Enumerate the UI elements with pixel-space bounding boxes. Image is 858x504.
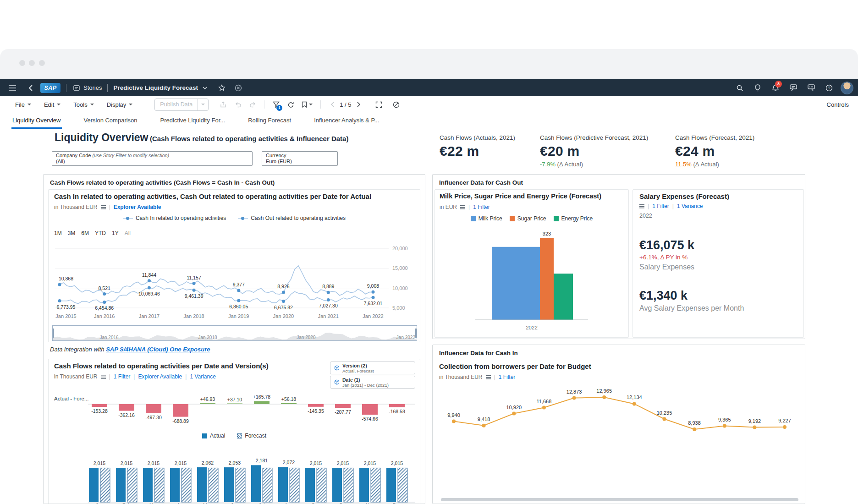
stories-breadcrumb[interactable]: Stories bbox=[83, 84, 102, 91]
influencer-cash-in-section: Influencer Data for Cash In Collection f… bbox=[432, 345, 805, 504]
filter-link[interactable]: 1 Filter bbox=[499, 374, 516, 380]
back-icon[interactable] bbox=[26, 85, 35, 91]
disable-interaction-icon[interactable] bbox=[389, 96, 404, 113]
favorite-star-icon[interactable] bbox=[215, 84, 228, 92]
fullscreen-icon[interactable] bbox=[372, 96, 386, 113]
avg-salary-value: €1,340 k bbox=[639, 289, 688, 303]
linked-analysis-icon bbox=[486, 375, 491, 379]
filter-funnel-icon[interactable]: 1 bbox=[269, 96, 283, 113]
chart-title: Milk Price, Sugar Price and Energy Price… bbox=[440, 192, 601, 200]
page-indicator: 1 / 5 bbox=[340, 101, 351, 108]
export-icon[interactable] bbox=[216, 96, 231, 113]
legend-milk-price: Milk Price bbox=[471, 215, 502, 222]
date-chip[interactable]: Date (1)Jan (2021) - Dec (2021) bbox=[330, 376, 415, 389]
svg-text:2,181: 2,181 bbox=[256, 458, 268, 463]
svg-text:+46.93: +46.93 bbox=[200, 396, 215, 402]
menu-file[interactable]: File bbox=[15, 101, 31, 108]
tab-liquidity-overview[interactable]: Liquidity Overview bbox=[11, 113, 62, 129]
publish-data-dropdown[interactable] bbox=[198, 99, 208, 110]
menu-edit[interactable]: Edit bbox=[44, 101, 60, 108]
range-ytd[interactable]: YTD bbox=[95, 230, 106, 236]
explorer-available-link[interactable]: Explorer Available bbox=[114, 204, 161, 210]
feedback-icon[interactable] bbox=[802, 79, 820, 96]
svg-text:10,000: 10,000 bbox=[392, 285, 408, 291]
insights-bulb-icon[interactable] bbox=[748, 79, 766, 96]
help-icon[interactable]: ? bbox=[820, 79, 838, 96]
range-3m[interactable]: 3M bbox=[68, 230, 76, 236]
collection-chart-tile: Collection from borrowers per Date for B… bbox=[434, 360, 804, 497]
card-title: Salary Expenses (Forecast) bbox=[639, 192, 729, 200]
legend-cash-in: Cash In related to operating activities bbox=[123, 215, 226, 221]
cash-in-out-line-chart[interactable]: 20,00015,00010,0005,000Jan 2015Jan 2016J… bbox=[52, 240, 417, 322]
next-page-icon[interactable] bbox=[352, 96, 366, 113]
company-code-filter[interactable]: Company Code (use Story Filter to modify… bbox=[52, 151, 253, 166]
variance-link[interactable]: 1 Variance bbox=[190, 373, 215, 380]
svg-text:-497.30: -497.30 bbox=[145, 415, 162, 420]
svg-text:6,454.86: 6,454.86 bbox=[95, 305, 114, 311]
tab-predictive-liquidity-forecast[interactable]: Predictive Liquidity For... bbox=[160, 113, 226, 129]
story-title[interactable]: Predictive Liquidity Forecast bbox=[113, 84, 198, 91]
variance-bar-chart[interactable]: -153.28-362.16-497.30-688.89+46.93+37.10… bbox=[52, 388, 417, 432]
horizontal-scrollbar[interactable] bbox=[441, 498, 798, 501]
chevron-down-icon[interactable] bbox=[200, 87, 210, 89]
brush-handle-left[interactable] bbox=[53, 329, 54, 337]
tab-rolling-forecast[interactable]: Rolling Forecast bbox=[247, 113, 292, 129]
price-bar-chart[interactable]: 3232022 bbox=[440, 225, 625, 335]
legend-energy-price: Energy Price bbox=[554, 215, 593, 222]
discussions-icon[interactable] bbox=[784, 79, 802, 96]
search-icon[interactable] bbox=[731, 79, 748, 96]
hamburger-menu-icon[interactable] bbox=[6, 85, 18, 91]
section-header: Influencer Data for Cash Out bbox=[433, 175, 805, 186]
variance-link[interactable]: 1 Variance bbox=[677, 203, 703, 209]
actual-forecast-bar-chart[interactable]: 2,015Jan2,015Feb2,015Mar2,015Apr2,062May… bbox=[52, 443, 417, 504]
collection-line-chart[interactable]: 9,9409,41810,92011,66812,87312,96512,134… bbox=[439, 386, 799, 496]
tab-influencer-analysis[interactable]: Influencer Analysis & P... bbox=[313, 113, 380, 129]
range-6m[interactable]: 6M bbox=[81, 230, 89, 236]
svg-text:-145.35: -145.35 bbox=[308, 408, 324, 414]
range-1m[interactable]: 1M bbox=[54, 230, 62, 236]
previous-page-icon[interactable] bbox=[325, 96, 340, 113]
svg-text:6,860.05: 6,860.05 bbox=[229, 304, 248, 309]
linked-analysis-icon bbox=[460, 205, 465, 209]
bookmark-icon[interactable] bbox=[298, 96, 316, 113]
menu-display[interactable]: Display bbox=[107, 101, 133, 108]
data-integration-note: Data integration with SAP S/4HANA (Cloud… bbox=[50, 346, 210, 353]
svg-text:May: May bbox=[203, 502, 213, 504]
user-avatar[interactable] bbox=[841, 82, 853, 94]
menu-tools[interactable]: Tools bbox=[73, 101, 94, 108]
square-marker-icon bbox=[471, 216, 476, 221]
range-all[interactable]: All bbox=[125, 230, 131, 236]
range-1y[interactable]: 1Y bbox=[112, 230, 119, 236]
version-chip[interactable]: Version (2)Actual, Forecast bbox=[330, 362, 415, 374]
divider bbox=[66, 84, 66, 92]
timeline-brush[interactable]: Jan 2016 Jan 2018 Jan 2020 Jan 2022 bbox=[52, 325, 417, 341]
svg-text:Aug: Aug bbox=[285, 502, 293, 504]
explorer-available-link[interactable]: Explorer Available bbox=[138, 373, 182, 380]
filter-count-badge: 1 bbox=[276, 105, 282, 111]
controls-button[interactable]: Controls bbox=[827, 101, 849, 108]
filter-link[interactable]: 1 Filter bbox=[652, 203, 669, 209]
undo-icon[interactable] bbox=[231, 96, 245, 113]
filter-link[interactable]: 1 Filter bbox=[114, 373, 131, 380]
svg-text:?: ? bbox=[828, 86, 830, 90]
tab-version-comparison[interactable]: Version Comparison bbox=[83, 113, 138, 129]
close-story-icon[interactable] bbox=[232, 84, 245, 92]
svg-text:Dec: Dec bbox=[393, 502, 402, 504]
currency-filter[interactable]: Currency Euro (EUR) bbox=[262, 151, 338, 166]
sap-logo: SAP bbox=[40, 83, 60, 93]
notifications-bell-icon[interactable]: 3 bbox=[766, 79, 784, 96]
filter-link[interactable]: 1 Filter bbox=[473, 204, 490, 210]
kpi-cash-flows-actuals: Cash Flows (Actuals, 2021) €22 m bbox=[440, 134, 538, 159]
brush-handle-right[interactable] bbox=[415, 329, 417, 337]
svg-text:7,027.30: 7,027.30 bbox=[319, 303, 338, 308]
publish-data-button[interactable]: Publish Data bbox=[154, 99, 209, 111]
legend-cash-out: Cash Out related to operating activities bbox=[238, 215, 346, 221]
chart-title: Collection from borrowers per Date for B… bbox=[439, 362, 591, 370]
redo-icon[interactable] bbox=[245, 96, 260, 113]
svg-text:6,773.95: 6,773.95 bbox=[57, 304, 76, 310]
svg-text:2,015: 2,015 bbox=[337, 460, 349, 466]
s4hana-link[interactable]: SAP S/4HANA (Cloud) One Exposure bbox=[106, 346, 210, 353]
svg-text:2,015: 2,015 bbox=[391, 460, 403, 466]
refresh-icon[interactable] bbox=[283, 96, 298, 113]
kpi-delta: 11.5% bbox=[675, 161, 692, 168]
